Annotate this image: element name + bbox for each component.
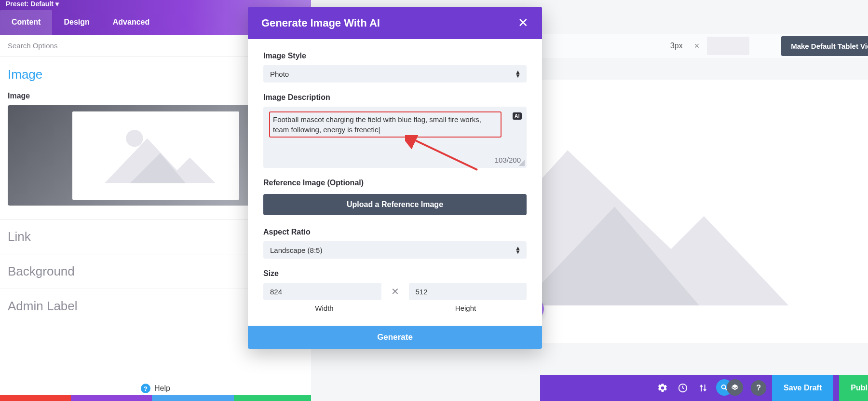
width-sublabel: Width [263, 304, 385, 312]
width-input[interactable] [263, 283, 381, 300]
generate-image-modal: Generate Image With AI ✕ Image Style Pho… [248, 7, 542, 349]
modal-body: Image Style Photo ▲▼ Image Description F… [248, 39, 542, 326]
clear-viewport-icon[interactable]: × [691, 41, 704, 51]
reference-image-label: Reference Image (Optional) [263, 179, 527, 187]
tab-design[interactable]: Design [52, 10, 101, 35]
image-description-field[interactable]: Football mascot charging the field with … [263, 107, 527, 168]
image-description-text: Football mascot charging the field with … [273, 115, 481, 134]
make-default-view-button[interactable]: Make Default Tablet View [781, 36, 868, 56]
image-style-select[interactable]: Photo ▲▼ [263, 65, 527, 83]
modal-header: Generate Image With AI ✕ [248, 7, 542, 39]
strip-delete[interactable] [0, 395, 71, 401]
modal-close-icon[interactable]: ✕ [518, 15, 529, 30]
image-style-label: Image Style [263, 52, 527, 60]
publish-button[interactable]: Publish [839, 375, 868, 401]
description-highlight-box: Football mascot charging the field with … [269, 111, 502, 138]
builder-bottom-toolbar: ? Save Draft Publish [540, 375, 868, 401]
zoom-cluster [716, 377, 745, 399]
viewport-size-text: 3px [666, 41, 687, 50]
help-icon: ? [141, 384, 150, 393]
height-sublabel: Height [405, 304, 527, 312]
ai-badge-icon[interactable]: AI [513, 112, 522, 120]
upload-reference-button[interactable]: Upload a Reference Image [263, 194, 527, 215]
size-label: Size [263, 269, 527, 278]
tab-content[interactable]: Content [0, 10, 52, 35]
help-bar[interactable]: ? Help [0, 384, 311, 393]
toolbar-help-icon[interactable]: ? [751, 380, 766, 396]
settings-gear-icon[interactable] [655, 381, 670, 395]
description-char-count: 103/200 [269, 156, 521, 164]
textarea-resize-handle[interactable] [519, 160, 525, 166]
history-clock-icon[interactable] [676, 381, 690, 395]
size-x-icon: ✕ [391, 286, 399, 297]
layers-icon[interactable] [727, 379, 743, 396]
tab-advanced[interactable]: Advanced [101, 10, 161, 35]
strip-blue[interactable] [152, 395, 234, 401]
panel-action-strip [0, 395, 311, 401]
preset-label: Preset: Default ▾ [6, 0, 59, 8]
svg-point-8 [722, 385, 726, 389]
viewport-input[interactable] [707, 37, 749, 55]
generate-button[interactable]: Generate [248, 326, 542, 349]
size-sublabels: Width Height [263, 304, 527, 312]
image-style-value: Photo [270, 70, 289, 78]
save-draft-button[interactable]: Save Draft [772, 375, 833, 401]
strip-green[interactable] [234, 395, 311, 401]
height-input[interactable] [409, 283, 527, 300]
strip-purple[interactable] [71, 395, 152, 401]
modal-title: Generate Image With AI [261, 17, 380, 29]
image-placeholder-icon [72, 111, 239, 200]
aspect-ratio-label: Aspect Ratio [263, 228, 527, 236]
size-row: ✕ [263, 283, 527, 300]
image-description-label: Image Description [263, 93, 527, 102]
select-chevrons-icon: ▲▼ [515, 70, 521, 78]
sort-arrows-icon[interactable] [696, 381, 710, 395]
aspect-ratio-select[interactable]: Landscape (8:5) ▲▼ [263, 241, 527, 259]
select-chevrons-icon: ▲▼ [515, 246, 521, 254]
aspect-ratio-value: Landscape (8:5) [270, 246, 322, 254]
help-label: Help [154, 384, 170, 393]
mountain-sun-icon [88, 119, 223, 192]
svg-point-1 [126, 130, 143, 147]
